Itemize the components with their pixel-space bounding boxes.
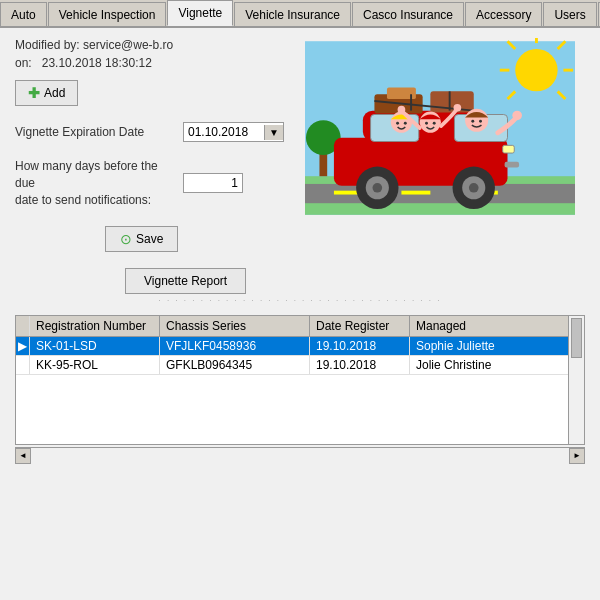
- report-wrapper: Vignette Report: [15, 252, 295, 294]
- days-row: How many days before the due date to sen…: [15, 158, 295, 208]
- tab-bar: Auto Vehicle Inspection Vignette Vehicle…: [0, 0, 600, 28]
- svg-point-1: [515, 49, 557, 91]
- on-value: 23.10.2018 18:30:12: [42, 56, 152, 70]
- date-dropdown-button[interactable]: ▼: [264, 125, 283, 140]
- tab-casco-insurance[interactable]: Casco Insurance: [352, 2, 464, 26]
- svg-point-26: [469, 183, 479, 193]
- table-scrollbar[interactable]: [568, 316, 584, 444]
- row-2-managed: Jolie Christine: [410, 356, 584, 374]
- add-button[interactable]: ✚ Add: [15, 80, 78, 106]
- tab-users[interactable]: Users: [543, 2, 596, 26]
- svg-point-46: [454, 104, 462, 112]
- svg-point-36: [471, 120, 474, 123]
- tab-vignette[interactable]: Vignette: [167, 0, 233, 26]
- svg-point-40: [396, 122, 399, 125]
- table-row[interactable]: KK-95-ROL GFKLB0964345 19.10.2018 Jolie …: [16, 356, 584, 375]
- row-indicator-1: ▶: [16, 337, 30, 355]
- row-2-chassis: GFKLB0964345: [160, 356, 310, 374]
- car-illustration: [305, 38, 575, 218]
- add-icon: ✚: [28, 85, 40, 101]
- col-header-chassis: Chassis Series: [160, 316, 310, 336]
- car-svg: [305, 38, 575, 218]
- tab-accessory[interactable]: Accessory: [465, 2, 542, 26]
- car-illustration-area: [305, 38, 585, 294]
- modified-by-label: Modified by:: [15, 38, 80, 52]
- save-button-label: Save: [136, 232, 163, 246]
- row-1-date: 19.10.2018: [310, 337, 410, 355]
- row-indicator-2: [16, 356, 30, 374]
- col-header-reg: Registration Number: [30, 316, 160, 336]
- modified-by-value: service@we-b.ro: [83, 38, 173, 52]
- expiry-row: Vignette Expiration Date ▼: [15, 122, 295, 142]
- days-input[interactable]: [183, 173, 243, 193]
- table-row[interactable]: ▶ SK-01-LSD VFJLKF0458936 19.10.2018 Sop…: [16, 337, 584, 356]
- svg-rect-27: [503, 145, 515, 153]
- form-left: Modified by: service@we-b.ro on: 23.10.2…: [15, 38, 295, 294]
- expiry-date-wrapper[interactable]: ▼: [183, 122, 284, 142]
- scroll-left-button[interactable]: ◄: [15, 448, 31, 464]
- svg-rect-28: [505, 162, 519, 168]
- on-label: on:: [15, 56, 32, 70]
- scroll-right-button[interactable]: ►: [569, 448, 585, 464]
- form-section: Modified by: service@we-b.ro on: 23.10.2…: [15, 38, 585, 294]
- header-indicator: [16, 316, 30, 336]
- tab-vehicle-insurance[interactable]: Vehicle Insurance: [234, 2, 351, 26]
- table-header: Registration Number Chassis Series Date …: [16, 316, 584, 337]
- report-button-label: Vignette Report: [144, 274, 227, 288]
- data-table: Registration Number Chassis Series Date …: [15, 315, 585, 445]
- svg-point-44: [433, 122, 436, 125]
- save-icon: ⊙: [120, 231, 132, 247]
- tab-auto[interactable]: Auto: [0, 2, 47, 26]
- row-1-reg: SK-01-LSD: [30, 337, 160, 355]
- separator: · · · · · · · · · · · · · · · · · · · · …: [15, 296, 585, 305]
- scroll-thumb: [571, 318, 582, 358]
- svg-point-43: [425, 122, 428, 125]
- svg-point-23: [373, 183, 383, 193]
- on-line: on: 23.10.2018 18:30:12: [15, 56, 295, 70]
- expiry-label: Vignette Expiration Date: [15, 125, 175, 139]
- col-header-managed: Managed: [410, 316, 584, 336]
- add-button-label: Add: [44, 86, 65, 100]
- col-header-date: Date Register: [310, 316, 410, 336]
- scroll-track[interactable]: [31, 448, 569, 463]
- svg-point-41: [404, 122, 407, 125]
- save-button[interactable]: ⊙ Save: [105, 226, 178, 252]
- svg-rect-12: [401, 191, 430, 195]
- row-2-reg: KK-95-ROL: [30, 356, 160, 374]
- modified-by-line: Modified by: service@we-b.ro: [15, 38, 295, 52]
- row-1-chassis: VFJLKF0458936: [160, 337, 310, 355]
- expiry-date-input[interactable]: [184, 123, 264, 141]
- vignette-report-button[interactable]: Vignette Report: [125, 268, 246, 294]
- svg-point-37: [479, 120, 482, 123]
- tab-vehicle-inspection[interactable]: Vehicle Inspection: [48, 2, 167, 26]
- save-wrapper: ⊙ Save: [15, 208, 295, 252]
- bottom-scrollbar: ◄ ►: [15, 447, 585, 463]
- main-content: Modified by: service@we-b.ro on: 23.10.2…: [0, 28, 600, 600]
- row-1-managed: Sophie Juliette: [410, 337, 584, 355]
- row-2-date: 19.10.2018: [310, 356, 410, 374]
- svg-point-45: [398, 106, 406, 114]
- days-label: How many days before the due date to sen…: [15, 158, 175, 208]
- svg-point-38: [512, 111, 522, 121]
- table-body: ▶ SK-01-LSD VFJLKF0458936 19.10.2018 Sop…: [16, 337, 584, 375]
